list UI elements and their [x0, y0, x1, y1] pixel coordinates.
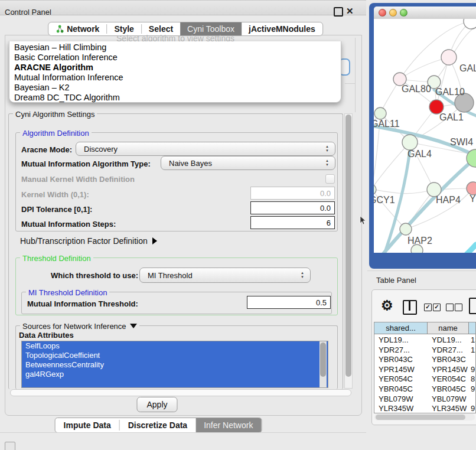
- table-cell[interactable]: YDR27...: [428, 345, 469, 355]
- bottom-tab-impute-data[interactable]: Impute Data: [56, 418, 119, 432]
- kernel-width-field[interactable]: 0.0: [250, 187, 335, 200]
- checked-checkbox-icon[interactable]: ✓: [424, 304, 432, 311]
- combo-spinner-icon: ▲▼: [325, 145, 330, 153]
- network-edge[interactable]: [448, 244, 476, 253]
- mi-type-combo[interactable]: Naive Bayes ▲▼: [161, 156, 335, 170]
- table-cell[interactable]: 12: [469, 345, 476, 355]
- algorithm-option[interactable]: Bayesian – Hill Climbing: [9, 43, 341, 53]
- sources-title[interactable]: Sources for Network Inference: [20, 322, 139, 331]
- table-cell[interactable]: 9.: [469, 403, 476, 413]
- settings-vertical-scrollbar-thumb[interactable]: [345, 115, 351, 377]
- table-cell[interactable]: YER054C: [428, 374, 469, 384]
- algorithm-option[interactable]: Mutual Information Inference: [9, 73, 341, 83]
- network-node-gal[interactable]: [441, 50, 457, 65]
- table-cell[interactable]: 13: [469, 335, 476, 345]
- attribute-list-item[interactable]: gal4RGexp: [22, 370, 328, 379]
- mi-steps-field[interactable]: 6: [250, 216, 335, 229]
- attribute-list-item[interactable]: SelfLoops: [22, 341, 328, 351]
- close-icon[interactable]: ✕: [346, 6, 354, 17]
- split-columns-icon[interactable]: [403, 300, 417, 315]
- screen: { "colors": { "blue_title": "#1f1fd2", "…: [0, 0, 476, 450]
- algorithm-option[interactable]: Basic Correlation Inference: [9, 53, 341, 63]
- network-node-y[interactable]: [467, 182, 476, 195]
- column-header-name[interactable]: name: [428, 322, 469, 334]
- table-cell[interactable]: YBR045C: [428, 384, 469, 394]
- network-node-gcy1[interactable]: [374, 184, 376, 195]
- network-node-label: HAP2: [407, 236, 432, 246]
- tab-label: jActiveMNodules: [249, 24, 315, 34]
- algorithm-option[interactable]: Bayesian – K2: [9, 83, 341, 93]
- dpi-tolerance-field[interactable]: 0.0: [250, 201, 335, 214]
- algorithm-definition-title: Algorithm Definition: [20, 129, 92, 138]
- unchecked-checkbox-icon[interactable]: [455, 304, 462, 311]
- kernel-width-label: Kernel Width (0,1):: [21, 190, 89, 199]
- data-attributes-list[interactable]: SelfLoopsTopologicalCoefficientBetweenne…: [21, 341, 328, 388]
- tab-label: Cyni Toolbox: [187, 24, 234, 34]
- float-window-icon[interactable]: [334, 7, 343, 17]
- table-cell[interactable]: YLR345W: [374, 403, 428, 413]
- network-node[interactable]: [411, 244, 423, 253]
- unchecked-checkbox-icon[interactable]: [446, 304, 454, 311]
- table-cell[interactable]: YPR145W: [374, 364, 428, 374]
- which-threshold-combo[interactable]: MI Threshold ▲▼: [139, 268, 311, 283]
- hidden-group-line: [345, 83, 355, 84]
- table-panel-title: Table Panel: [376, 276, 416, 285]
- network-node-gal11[interactable]: [374, 107, 386, 119]
- table-cell[interactable]: [469, 394, 476, 404]
- network-node-label: GAL11: [374, 119, 400, 129]
- algorithm-option[interactable]: Dream8 DC_TDC Algorithm: [9, 93, 341, 103]
- attribute-list-item[interactable]: [22, 379, 328, 388]
- mi-threshold-definition-title: MI Threshold Definition: [26, 288, 109, 297]
- column-header-hidden[interactable]: [469, 322, 476, 334]
- column-header-shared[interactable]: shared...: [374, 322, 428, 334]
- gear-icon[interactable]: ⚙: [381, 298, 393, 314]
- table-cell[interactable]: YBL079W: [428, 394, 469, 404]
- hidden-panel-edge: [355, 38, 356, 112]
- document-icon[interactable]: [469, 298, 476, 314]
- aracne-mode-combo[interactable]: Discovery ▲▼: [76, 142, 335, 156]
- table-cell[interactable]: YDL19...: [428, 335, 469, 345]
- data-attributes-label: Data Attributes: [19, 331, 74, 340]
- table-cell[interactable]: 8.: [469, 374, 476, 384]
- table-cell[interactable]: YBR043C: [428, 354, 469, 364]
- mi-threshold-label: Mutual Information Threshold:: [27, 299, 138, 308]
- table-cell[interactable]: YER054C: [374, 374, 428, 384]
- bottom-tab-discretize-data[interactable]: Discretize Data: [120, 418, 195, 432]
- table-cell[interactable]: YLR345W: [428, 403, 469, 413]
- algorithm-option[interactable]: ARACNE Algorithm: [9, 63, 341, 73]
- table-cell[interactable]: 9.: [469, 384, 476, 394]
- attribute-list-item[interactable]: BetweennessCentrality: [22, 360, 328, 370]
- manual-kernel-checkbox[interactable]: [325, 174, 335, 184]
- bottom-tab-infer-network[interactable]: Infer Network: [195, 418, 261, 432]
- table-cell[interactable]: [469, 354, 476, 364]
- zoom-traffic-light-icon[interactable]: [400, 9, 407, 17]
- settings-horizontal-scrollbar[interactable]: [10, 389, 351, 396]
- checked-checkbox-icon[interactable]: ✓: [433, 304, 441, 311]
- control-panel-titlebar: [0, 0, 366, 15]
- minimize-traffic-light-icon[interactable]: [389, 9, 397, 17]
- table-cell[interactable]: YBL079W: [374, 394, 428, 404]
- table-scrollbar-thumb[interactable]: [376, 415, 465, 420]
- node-table[interactable]: shared...nameYDL19...YDL19...13YDR27...Y…: [374, 322, 476, 413]
- close-traffic-light-icon[interactable]: [379, 9, 386, 17]
- network-node-gal4[interactable]: [402, 135, 418, 150]
- mi-threshold-field[interactable]: 0.5: [247, 296, 331, 309]
- minimized-panel-chip[interactable]: [5, 442, 15, 450]
- tab-network[interactable]: Network: [48, 22, 106, 35]
- table-cell[interactable]: YDR27...: [374, 345, 428, 355]
- collapse-down-icon: [130, 324, 137, 328]
- table-cell[interactable]: YPR145W: [428, 364, 469, 374]
- tab-jactivemnodules[interactable]: jActiveMNodules: [242, 22, 322, 35]
- table-cell[interactable]: 9.: [469, 364, 476, 374]
- network-canvas[interactable]: GALGAL80GAL10GAL1GAL11SWI4GAL4GCY1HAP4YH…: [374, 19, 476, 253]
- apply-button[interactable]: Apply: [136, 397, 177, 412]
- table-cell[interactable]: YBR043C: [374, 354, 428, 364]
- attr-list-scrollbar-thumb[interactable]: [320, 343, 326, 377]
- tab-label: Network: [67, 24, 99, 34]
- attribute-list-item[interactable]: TopologicalCoefficient: [22, 351, 328, 360]
- table-cell[interactable]: YDL19...: [374, 335, 428, 345]
- network-node[interactable]: [464, 19, 476, 29]
- hub-definition-toggle[interactable]: Hub/Transcription Factor Definition: [20, 236, 157, 246]
- network-node-hap2[interactable]: [400, 223, 412, 235]
- table-cell[interactable]: YBR045C: [374, 384, 428, 394]
